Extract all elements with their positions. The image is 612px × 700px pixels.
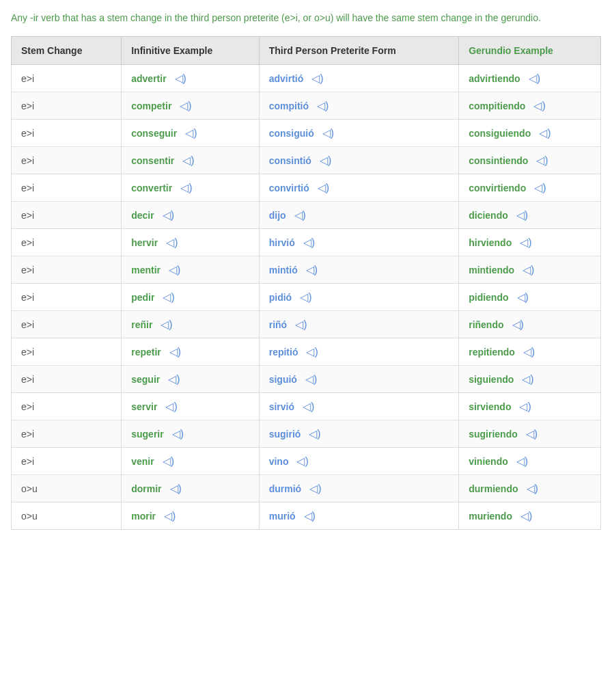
infinitive-word: decir bbox=[131, 210, 154, 221]
audio-icon[interactable]: ◁) bbox=[295, 318, 307, 331]
audio-icon[interactable]: ◁) bbox=[519, 400, 531, 413]
audio-icon[interactable]: ◁) bbox=[317, 99, 329, 112]
audio-icon[interactable]: ◁) bbox=[180, 99, 191, 112]
infinitive-cell: conseguir◁) bbox=[122, 120, 259, 147]
audio-icon[interactable]: ◁) bbox=[322, 126, 334, 139]
audio-icon[interactable]: ◁) bbox=[517, 291, 529, 304]
audio-icon[interactable]: ◁) bbox=[294, 208, 306, 221]
stem-change-cell: e>i bbox=[12, 120, 122, 147]
audio-icon[interactable]: ◁) bbox=[163, 208, 174, 221]
table-row: e>icompetir◁)compitió◁)compitiendo◁) bbox=[12, 92, 601, 120]
audio-icon[interactable]: ◁) bbox=[318, 181, 329, 194]
audio-icon[interactable]: ◁) bbox=[520, 236, 531, 249]
infinitive-word: consentir bbox=[131, 155, 174, 166]
stem-change-cell: e>i bbox=[12, 448, 122, 475]
audio-icon[interactable]: ◁) bbox=[166, 236, 178, 249]
audio-icon[interactable]: ◁) bbox=[164, 509, 176, 522]
audio-icon[interactable]: ◁) bbox=[303, 236, 315, 249]
infinitive-cell: reñir◁) bbox=[122, 311, 259, 338]
audio-icon[interactable]: ◁) bbox=[533, 99, 545, 112]
preterite-word: compitió bbox=[269, 100, 309, 111]
audio-icon[interactable]: ◁) bbox=[169, 263, 180, 276]
audio-icon[interactable]: ◁) bbox=[529, 72, 540, 85]
audio-icon[interactable]: ◁) bbox=[523, 263, 534, 276]
audio-icon[interactable]: ◁) bbox=[303, 400, 314, 413]
stem-change-cell: e>i bbox=[12, 229, 122, 256]
gerundio-cell: consintiendo◁) bbox=[459, 147, 601, 174]
preterite-cell: hirvió◁) bbox=[259, 229, 459, 256]
preterite-cell: consiguió◁) bbox=[259, 120, 459, 147]
stem-change-cell: e>i bbox=[12, 65, 122, 92]
table-row: e>iseguir◁)siguió◁)siguiendo◁) bbox=[12, 366, 601, 393]
audio-icon[interactable]: ◁) bbox=[180, 181, 192, 194]
table-row: e>ipedir◁)pidió◁)pidiendo◁) bbox=[12, 284, 601, 311]
audio-icon[interactable]: ◁) bbox=[168, 373, 180, 386]
infinitive-cell: convertir◁) bbox=[122, 174, 259, 202]
infinitive-word: repetir bbox=[131, 347, 161, 358]
gerundio-word: durmiendo bbox=[469, 483, 518, 494]
audio-icon[interactable]: ◁) bbox=[534, 181, 546, 194]
audio-icon[interactable]: ◁) bbox=[516, 208, 528, 221]
infinitive-cell: mentir◁) bbox=[122, 256, 259, 284]
audio-icon[interactable]: ◁) bbox=[163, 291, 174, 304]
preterite-cell: sugirió◁) bbox=[259, 420, 459, 448]
audio-icon[interactable]: ◁) bbox=[309, 427, 320, 440]
gerundio-word: consiguiendo bbox=[469, 128, 531, 139]
stem-change-cell: e>i bbox=[12, 311, 122, 338]
audio-icon[interactable]: ◁) bbox=[523, 345, 535, 358]
intro-text: Any -ir verb that has a stem change in t… bbox=[11, 11, 601, 25]
preterite-word: murió bbox=[269, 511, 296, 522]
audio-icon[interactable]: ◁) bbox=[520, 509, 532, 522]
preterite-word: hirvió bbox=[269, 237, 295, 248]
table-row: e>iconvertir◁)convirtió◁)convirtiendo◁) bbox=[12, 174, 601, 202]
stem-change-cell: e>i bbox=[12, 202, 122, 229]
audio-icon[interactable]: ◁) bbox=[539, 126, 551, 139]
table-row: e>ihervir◁)hirvió◁)hirviendo◁) bbox=[12, 229, 601, 256]
audio-icon[interactable]: ◁) bbox=[522, 373, 533, 386]
audio-icon[interactable]: ◁) bbox=[172, 427, 184, 440]
audio-icon[interactable]: ◁) bbox=[165, 400, 177, 413]
infinitive-word: conseguir bbox=[131, 128, 177, 139]
audio-icon[interactable]: ◁) bbox=[175, 72, 186, 85]
audio-icon[interactable]: ◁) bbox=[516, 455, 528, 468]
audio-icon[interactable]: ◁) bbox=[185, 126, 197, 139]
audio-icon[interactable]: ◁) bbox=[300, 291, 311, 304]
audio-icon[interactable]: ◁) bbox=[536, 154, 548, 167]
preterite-cell: murió◁) bbox=[259, 502, 459, 530]
gerundio-cell: convirtiendo◁) bbox=[459, 174, 601, 202]
gerundio-word: advirtiendo bbox=[469, 73, 520, 84]
preterite-cell: siguió◁) bbox=[259, 366, 459, 393]
gerundio-cell: viniendo◁) bbox=[459, 448, 601, 475]
audio-icon[interactable]: ◁) bbox=[169, 345, 181, 358]
audio-icon[interactable]: ◁) bbox=[311, 72, 323, 85]
infinitive-word: sugerir bbox=[131, 429, 163, 440]
audio-icon[interactable]: ◁) bbox=[320, 154, 331, 167]
audio-icon[interactable]: ◁) bbox=[182, 154, 194, 167]
audio-icon[interactable]: ◁) bbox=[161, 318, 172, 331]
audio-icon[interactable]: ◁) bbox=[512, 318, 524, 331]
preterite-word: sirvió bbox=[269, 401, 294, 412]
audio-icon[interactable]: ◁) bbox=[170, 482, 182, 495]
gerundio-cell: hirviendo◁) bbox=[459, 229, 601, 256]
audio-icon[interactable]: ◁) bbox=[306, 345, 318, 358]
infinitive-word: venir bbox=[131, 456, 154, 467]
preterite-word: dijo bbox=[269, 210, 286, 221]
infinitive-word: pedir bbox=[131, 292, 154, 303]
infinitive-cell: venir◁) bbox=[122, 448, 259, 475]
audio-icon[interactable]: ◁) bbox=[309, 482, 321, 495]
table-row: e>irepetir◁)repitió◁)repitiendo◁) bbox=[12, 338, 601, 366]
table-row: e>idecir◁)dijo◁)diciendo◁) bbox=[12, 202, 601, 229]
audio-icon[interactable]: ◁) bbox=[305, 373, 317, 386]
audio-icon[interactable]: ◁) bbox=[527, 482, 538, 495]
stem-change-cell: e>i bbox=[12, 174, 122, 202]
preterite-word: repitió bbox=[269, 347, 298, 358]
gerundio-cell: sirviendo◁) bbox=[459, 393, 601, 420]
audio-icon[interactable]: ◁) bbox=[296, 455, 308, 468]
infinitive-word: dormir bbox=[131, 483, 161, 494]
preterite-word: pidió bbox=[269, 292, 292, 303]
audio-icon[interactable]: ◁) bbox=[163, 455, 174, 468]
audio-icon[interactable]: ◁) bbox=[304, 509, 316, 522]
audio-icon[interactable]: ◁) bbox=[306, 263, 318, 276]
audio-icon[interactable]: ◁) bbox=[526, 427, 538, 440]
infinitive-cell: consentir◁) bbox=[122, 147, 259, 174]
